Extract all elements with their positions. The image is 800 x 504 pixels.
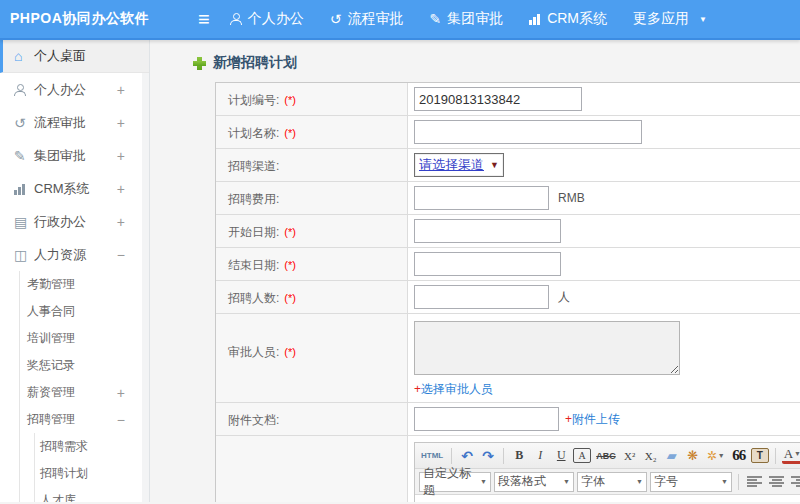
- nav-label: 个人办公: [248, 10, 304, 28]
- home-icon: ⌂: [14, 48, 34, 64]
- user-icon: [14, 84, 34, 96]
- plan-number-input[interactable]: [414, 87, 582, 111]
- start-date-input[interactable]: [414, 219, 561, 243]
- required-marker: (*): [284, 292, 296, 304]
- nav-workflow-approval[interactable]: ↺ 流程审批: [330, 10, 404, 28]
- required-marker: (*): [284, 346, 296, 358]
- nav-more-apps[interactable]: 更多应用 ▼: [633, 10, 707, 28]
- form-row-headcount: 招聘人数:(*) 人: [216, 281, 800, 314]
- recruit-submenu: 招聘需求 招聘计划 人才库: [34, 433, 149, 502]
- sidebar-item-label: 人才库: [40, 492, 76, 502]
- select-approvers-link[interactable]: +选择审批人员: [414, 381, 493, 398]
- format-painter-icon[interactable]: ✲▼: [705, 446, 727, 465]
- field-label: 招聘人数:: [228, 291, 279, 305]
- expand-plus-icon: +: [117, 214, 125, 230]
- underline-button[interactable]: U: [552, 446, 570, 465]
- nav-group-approval[interactable]: ✎ 集团审批: [429, 10, 503, 28]
- channel-select[interactable]: 请选择渠道 ▼: [414, 153, 504, 177]
- expand-plus-icon: +: [117, 181, 125, 197]
- align-right-icon[interactable]: [789, 472, 800, 491]
- required-marker: (*): [284, 259, 296, 271]
- sidebar-item-label: 薪资管理: [27, 384, 75, 401]
- sidebar-item-group-approval[interactable]: ✎ 集团审批 +: [0, 139, 149, 172]
- align-center-icon[interactable]: [767, 472, 786, 491]
- approvers-textarea[interactable]: [414, 321, 680, 375]
- form-row-cost: 招聘费用: RMB: [216, 182, 800, 215]
- required-marker: (*): [284, 94, 296, 106]
- sidebar-item-workflow-approval[interactable]: ↺ 流程审批 +: [0, 106, 149, 139]
- sidebar-item-label: 个人桌面: [34, 47, 86, 65]
- superscript-button[interactable]: X²: [621, 446, 639, 465]
- chevron-down-icon: ▼: [699, 15, 707, 24]
- expand-plus-icon: +: [117, 148, 125, 164]
- sidebar-item-recruit-mgmt[interactable]: 招聘管理 −: [20, 406, 149, 433]
- form-row-start-date: 开始日期:(*): [216, 215, 800, 248]
- attachment-upload-link[interactable]: +附件上传: [565, 411, 620, 428]
- font-size-select[interactable]: 字号▼: [650, 472, 732, 492]
- sidebar-item-attendance[interactable]: 考勤管理: [20, 271, 149, 298]
- sidebar-item-rewards[interactable]: 奖惩记录: [20, 352, 149, 379]
- strikethrough-button[interactable]: ABC: [594, 446, 618, 465]
- required-marker: (*): [284, 127, 296, 139]
- custom-title-select[interactable]: 自定义标题▼: [419, 472, 491, 492]
- redo-icon[interactable]: ↷: [479, 446, 497, 465]
- align-left-icon[interactable]: [745, 472, 764, 491]
- paste-text-icon[interactable]: T: [751, 448, 769, 463]
- expand-plus-icon: +: [117, 385, 125, 401]
- html-source-button[interactable]: HTML: [419, 446, 445, 465]
- rich-text-editor: HTML ↶ ↷ B I U A ABC X² X₂ ▰: [414, 442, 800, 502]
- sidebar-item-admin-office[interactable]: ▤ 行政办公 +: [0, 205, 149, 238]
- bold-button[interactable]: B: [510, 446, 528, 465]
- clear-format-icon[interactable]: ❋: [684, 446, 702, 465]
- toolbar-separator: [738, 474, 739, 490]
- expand-plus-icon: +: [117, 115, 125, 131]
- blockquote-button[interactable]: 66: [730, 446, 748, 465]
- form-row-approvers: 审批人员:(*) +选择审批人员: [216, 314, 800, 403]
- sidebar-item-crm[interactable]: CRM系统 +: [0, 172, 149, 205]
- field-label: 附件文档:: [228, 413, 279, 427]
- sidebar-item-hr[interactable]: ◫ 人力资源 −: [0, 238, 149, 271]
- form-row-editor: HTML ↶ ↷ B I U A ABC X² X₂ ▰: [216, 436, 800, 502]
- sidebar-item-personal-office[interactable]: 个人办公 +: [0, 73, 149, 106]
- plan-name-input[interactable]: [414, 120, 642, 144]
- top-nav: 个人办公 ↺ 流程审批 ✎ 集团审批 CRM系统 更多应用 ▼: [230, 10, 707, 28]
- font-family-select[interactable]: 字体▼: [577, 472, 647, 492]
- font-color-button[interactable]: A▼: [782, 448, 800, 464]
- sidebar-item-recruit-need[interactable]: 招聘需求: [35, 433, 149, 460]
- chevron-down-icon: ▼: [636, 478, 643, 485]
- sidebar-item-talent-pool[interactable]: 人才库: [35, 487, 149, 502]
- subscript-button[interactable]: X₂: [642, 446, 660, 465]
- headcount-input[interactable]: [414, 285, 549, 309]
- required-marker: (*): [284, 226, 296, 238]
- undo-icon[interactable]: ↶: [458, 446, 476, 465]
- nav-personal-office[interactable]: 个人办公: [230, 10, 304, 28]
- chevron-down-icon: ▼: [480, 478, 487, 485]
- sidebar-item-desktop[interactable]: ⌂ 个人桌面: [0, 40, 149, 73]
- nav-label: 集团审批: [447, 10, 503, 28]
- sidebar-item-hr-contract[interactable]: 人事合同: [20, 298, 149, 325]
- cost-input[interactable]: [414, 186, 549, 210]
- form-row-channel: 招聘渠道: 请选择渠道 ▼: [216, 149, 800, 182]
- italic-button[interactable]: I: [531, 446, 549, 465]
- attachment-input[interactable]: [414, 407, 559, 431]
- sidebar-item-label: 考勤管理: [27, 276, 75, 293]
- sidebar-item-label: 行政办公: [34, 213, 86, 231]
- paragraph-format-select[interactable]: 段落格式▼: [494, 472, 574, 492]
- nav-crm[interactable]: CRM系统: [529, 10, 607, 28]
- plus-icon: +: [565, 412, 572, 426]
- field-label: 计划名称:: [228, 126, 279, 140]
- chevron-down-icon: ▼: [718, 452, 725, 459]
- sidebar-item-label: 人事合同: [27, 303, 75, 320]
- eraser-icon[interactable]: ▰: [663, 446, 681, 465]
- nav-label: 流程审批: [347, 10, 403, 28]
- end-date-input[interactable]: [414, 252, 561, 276]
- field-label: 结束日期:: [228, 258, 279, 272]
- sidebar-item-salary[interactable]: 薪资管理 +: [20, 379, 149, 406]
- border-text-button[interactable]: A: [573, 448, 591, 463]
- field-label: 审批人员:: [228, 345, 279, 359]
- sidebar-item-recruit-plan[interactable]: 招聘计划: [35, 460, 149, 487]
- menu-toggle-icon[interactable]: ≡: [198, 9, 210, 29]
- sidebar-item-training[interactable]: 培训管理: [20, 325, 149, 352]
- form-row-end-date: 结束日期:(*): [216, 248, 800, 281]
- app-logo: PHPOA协同办公软件: [0, 10, 150, 28]
